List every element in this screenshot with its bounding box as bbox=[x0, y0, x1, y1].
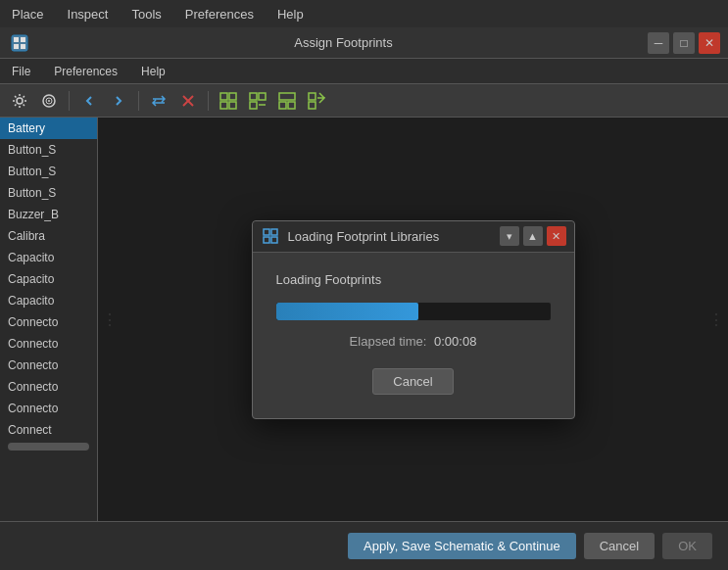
svg-rect-16 bbox=[259, 93, 266, 100]
bottom-action-bar: Apply, Save Schematic & Continue Cancel … bbox=[0, 521, 728, 570]
toolbar-target-btn[interactable] bbox=[35, 87, 63, 115]
svg-rect-21 bbox=[288, 102, 295, 109]
progress-bar-fill bbox=[276, 303, 419, 320]
sidebar-component-list[interactable]: Battery Button_S Button_S Button_S Buzze… bbox=[0, 118, 98, 521]
toolbar-remove-btn[interactable] bbox=[174, 87, 202, 115]
list-item[interactable]: Capacito bbox=[0, 290, 97, 311]
toolbar-sep-2 bbox=[138, 91, 139, 111]
list-item[interactable]: Buzzer_B bbox=[0, 204, 97, 225]
app-icon-svg bbox=[11, 34, 28, 52]
apply-save-button[interactable]: Apply, Save Schematic & Continue bbox=[348, 533, 576, 559]
forward-icon bbox=[111, 93, 126, 109]
menu-file[interactable]: File bbox=[8, 63, 34, 80]
secondary-menubar: File Preferences Help bbox=[0, 59, 728, 84]
lib1-icon bbox=[219, 92, 237, 110]
menu-help-secondary[interactable]: Help bbox=[137, 63, 170, 80]
toolbar-lib1-btn[interactable] bbox=[215, 87, 242, 115]
svg-rect-24 bbox=[264, 229, 269, 235]
list-item[interactable]: Battery bbox=[0, 118, 97, 139]
list-item[interactable]: Connecto bbox=[0, 355, 97, 376]
minimize-button[interactable]: ─ bbox=[648, 32, 669, 54]
svg-rect-13 bbox=[220, 102, 227, 109]
list-item[interactable]: Connecto bbox=[0, 398, 97, 419]
svg-rect-23 bbox=[309, 102, 315, 109]
modal-restore-btn[interactable]: ▲ bbox=[523, 226, 543, 246]
loading-dialog: Loading Footprint Libraries ▾ ▲ ✕ Loadin… bbox=[252, 220, 575, 419]
svg-rect-27 bbox=[271, 237, 277, 243]
svg-rect-25 bbox=[271, 229, 277, 235]
modal-close-btn[interactable]: ✕ bbox=[547, 226, 566, 246]
modal-title: Loading Footprint Libraries bbox=[288, 229, 500, 244]
main-content: Battery Button_S Button_S Button_S Buzze… bbox=[0, 118, 728, 521]
main-titlebar: Assign Footprints ─ □ ✕ bbox=[0, 27, 728, 59]
exchange-icon bbox=[151, 93, 167, 109]
svg-rect-17 bbox=[250, 102, 257, 109]
list-item[interactable]: Connect bbox=[0, 419, 97, 441]
modal-footer: Cancel bbox=[276, 368, 551, 399]
loading-text: Loading Footprints bbox=[276, 272, 551, 287]
modal-body: Loading Footprints Elapsed time: 0:00:08… bbox=[253, 253, 574, 418]
ok-button[interactable]: OK bbox=[662, 533, 712, 559]
remove-icon bbox=[180, 93, 196, 109]
lib3-icon bbox=[278, 92, 296, 110]
toolbar-sep-3 bbox=[208, 91, 209, 111]
toolbar-exchange-btn[interactable] bbox=[145, 87, 172, 115]
svg-rect-14 bbox=[229, 102, 236, 109]
modal-overlay: Loading Footprint Libraries ▾ ▲ ✕ Loadin… bbox=[98, 118, 728, 521]
lib4-icon bbox=[308, 92, 325, 110]
list-item[interactable]: Button_S bbox=[0, 182, 97, 204]
svg-rect-19 bbox=[279, 93, 295, 100]
list-item[interactable]: Button_S bbox=[0, 139, 97, 161]
toolbar-lib2-btn[interactable] bbox=[244, 87, 271, 115]
svg-point-8 bbox=[48, 100, 50, 102]
svg-point-5 bbox=[17, 98, 23, 104]
menu-tools[interactable]: Tools bbox=[127, 5, 165, 24]
modal-cancel-button[interactable]: Cancel bbox=[372, 368, 453, 395]
modal-collapse-btn[interactable]: ▾ bbox=[500, 226, 519, 246]
toolbar bbox=[0, 84, 728, 118]
svg-rect-1 bbox=[14, 37, 19, 42]
toolbar-lib3-btn[interactable] bbox=[273, 87, 301, 115]
list-item[interactable]: Calibra bbox=[0, 225, 97, 247]
toolbar-sep-1 bbox=[69, 91, 70, 111]
menu-help[interactable]: Help bbox=[273, 5, 308, 24]
lib2-icon bbox=[249, 92, 267, 110]
list-item[interactable]: Button_S bbox=[0, 161, 97, 182]
top-menubar: Place Inspect Tools Preferences Help bbox=[0, 0, 728, 27]
toolbar-back-btn[interactable] bbox=[75, 87, 103, 115]
window-icon bbox=[8, 31, 31, 55]
progress-bar-container bbox=[276, 303, 551, 320]
svg-rect-20 bbox=[279, 102, 286, 109]
svg-rect-26 bbox=[264, 237, 269, 243]
center-area: ⋮ ⋮ Loading Footprint Libraries bbox=[98, 118, 728, 521]
back-icon bbox=[81, 93, 97, 109]
modal-app-icon bbox=[261, 226, 280, 246]
toolbar-forward-btn[interactable] bbox=[105, 87, 132, 115]
menu-place[interactable]: Place bbox=[8, 5, 48, 24]
list-item[interactable]: Capacito bbox=[0, 268, 97, 290]
list-item[interactable]: Capacito bbox=[0, 247, 97, 268]
scrollbar-indicator[interactable] bbox=[8, 443, 89, 451]
target-icon bbox=[41, 93, 57, 109]
titlebar-controls: ─ □ ✕ bbox=[648, 32, 720, 54]
menu-preferences-secondary[interactable]: Preferences bbox=[50, 63, 121, 80]
elapsed-time-display: Elapsed time: 0:00:08 bbox=[276, 334, 551, 349]
list-item[interactable]: Connecto bbox=[0, 333, 97, 355]
toolbar-settings-btn[interactable] bbox=[6, 87, 33, 115]
close-button[interactable]: ✕ bbox=[699, 32, 720, 54]
main-window-title: Assign Footprints bbox=[39, 35, 648, 50]
toolbar-lib4-btn[interactable] bbox=[303, 87, 330, 115]
menu-inspect[interactable]: Inspect bbox=[64, 5, 113, 24]
elapsed-value: 0:00:08 bbox=[434, 334, 476, 349]
settings-icon bbox=[12, 93, 27, 109]
modal-icon-svg bbox=[263, 228, 278, 244]
svg-rect-15 bbox=[250, 93, 257, 100]
list-item[interactable]: Connecto bbox=[0, 311, 97, 333]
list-item[interactable]: Connecto bbox=[0, 376, 97, 398]
menu-preferences[interactable]: Preferences bbox=[181, 5, 258, 24]
svg-rect-2 bbox=[21, 37, 25, 42]
cancel-button[interactable]: Cancel bbox=[584, 533, 655, 559]
svg-rect-3 bbox=[14, 44, 19, 49]
modal-titlebar: Loading Footprint Libraries ▾ ▲ ✕ bbox=[253, 221, 574, 253]
maximize-button[interactable]: □ bbox=[673, 32, 695, 54]
